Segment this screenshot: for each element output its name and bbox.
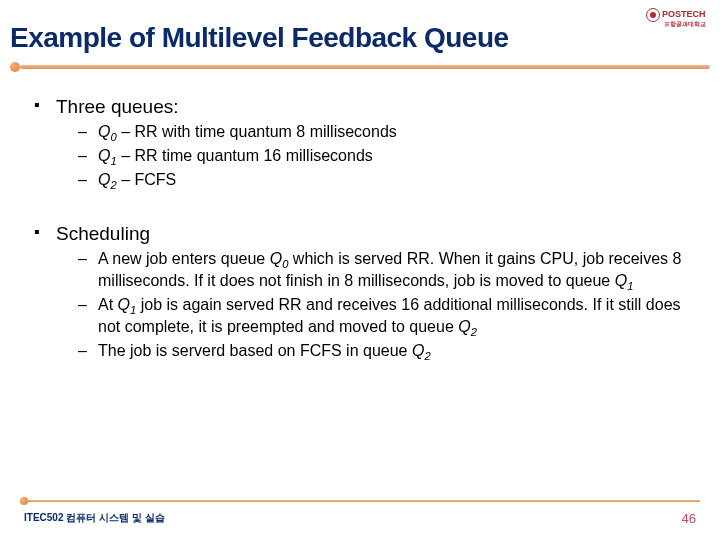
title-divider xyxy=(10,62,710,72)
logo-subtext: 포항공과대학교 xyxy=(664,21,706,27)
sub-bullet: Q0 – RR with time quantum 8 milliseconds xyxy=(28,122,692,144)
course-code: ITEC502 컴퓨터 시스템 및 실습 xyxy=(24,511,165,526)
slide: POSTECH 포항공과대학교 Example of Multilevel Fe… xyxy=(0,0,720,540)
page-number: 46 xyxy=(682,511,696,526)
sub-bullet: A new job enters queue Q0 which is serve… xyxy=(28,249,692,293)
bullet-heading: Scheduling xyxy=(28,223,692,245)
logo-text: POSTECH xyxy=(662,9,706,19)
bullet-heading: Three queues: xyxy=(28,96,692,118)
sub-bullet: Q1 – RR time quantum 16 milliseconds xyxy=(28,146,692,168)
institution-logo: POSTECH 포항공과대학교 xyxy=(646,8,706,27)
logo-icon xyxy=(646,8,660,22)
slide-content: Three queues: Q0 – RR with time quantum … xyxy=(0,72,720,364)
sub-bullet: The job is serverd based on FCFS in queu… xyxy=(28,341,692,363)
footer-divider xyxy=(20,497,700,505)
sub-bullet: At Q1 job is again served RR and receive… xyxy=(28,295,692,339)
footer: ITEC502 컴퓨터 시스템 및 실습 46 xyxy=(0,497,720,526)
sub-bullet: Q2 – FCFS xyxy=(28,170,692,192)
slide-title: Example of Multilevel Feedback Queue xyxy=(0,0,720,54)
